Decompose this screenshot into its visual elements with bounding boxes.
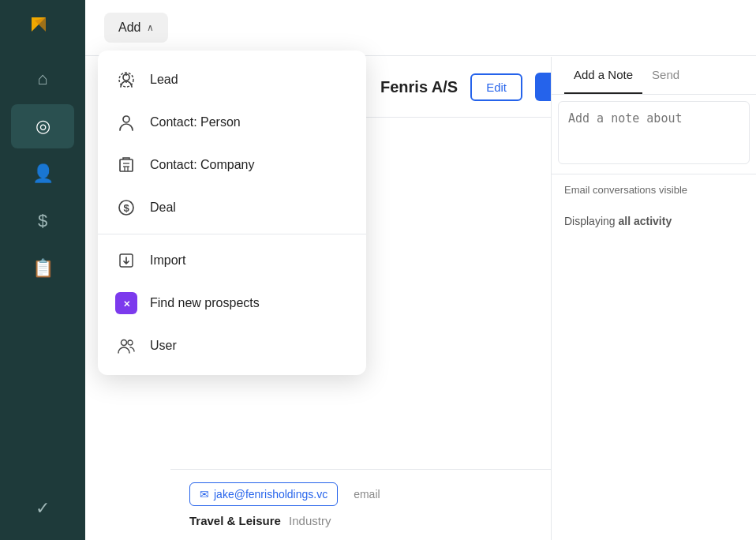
add-button-wrapper: Add ∧ <box>104 13 168 43</box>
add-button-label: Add <box>118 21 140 35</box>
dropdown-deal-label: Deal <box>150 201 176 215</box>
sidebar-item-tasks[interactable]: 📋 <box>11 246 74 291</box>
svg-point-15 <box>122 340 127 346</box>
sidebar-item-deals[interactable]: $ <box>11 199 74 243</box>
svg-text:✕: ✕ <box>123 299 130 309</box>
sidebar-item-leads[interactable]: ◎ <box>11 104 74 148</box>
dropdown-item-deal[interactable]: $ Deal <box>98 186 366 229</box>
tab-add-note[interactable]: Add a Note <box>564 57 642 94</box>
tab-send[interactable]: Send <box>642 57 689 94</box>
svg-point-4 <box>123 116 129 122</box>
email-icon: ✉ <box>200 488 209 501</box>
dropdown-import-label: Import <box>150 253 185 268</box>
dropdown-divider <box>98 234 366 234</box>
industry-label: Industry <box>289 514 331 527</box>
prospects-icon: ✕ <box>115 292 137 314</box>
svg-text:$: $ <box>123 202 129 214</box>
add-button[interactable]: Add ∧ <box>104 13 168 43</box>
company-icon <box>115 154 137 176</box>
dropdown-user-label: User <box>150 339 177 353</box>
topbar: Add ∧ <box>85 0 756 56</box>
industry-value: Travel & Leisure <box>189 514 281 527</box>
industry-row: Travel & Leisure Industry <box>189 514 532 527</box>
add-dropdown: Lead Contact: Person <box>98 51 366 375</box>
dropdown-contact-person-label: Contact: Person <box>150 115 241 129</box>
dropdown-lead-label: Lead <box>150 73 178 87</box>
sidebar-item-home[interactable]: ⌂ <box>11 57 74 101</box>
svg-point-16 <box>128 340 133 345</box>
sidebar-item-check[interactable]: ✓ <box>11 486 74 531</box>
app-logo[interactable] <box>24 9 62 47</box>
check-icon: ✓ <box>36 498 50 519</box>
email-badge[interactable]: ✉ jake@fenrisholdings.vc <box>189 482 338 506</box>
dropdown-item-prospects[interactable]: ✕ Find new prospects <box>98 282 366 324</box>
email-action-label: email <box>354 488 380 501</box>
user-group-icon <box>115 335 137 357</box>
leads-icon: ◎ <box>36 116 51 137</box>
note-textarea[interactable] <box>558 101 750 164</box>
sidebar: ⌂ ◎ 👤 $ 📋 ✓ <box>0 0 85 540</box>
email-visible-text: Email conversations visible <box>552 174 756 205</box>
dropdown-prospects-label: Find new prospects <box>150 296 260 310</box>
svg-rect-5 <box>120 159 133 171</box>
main-content: Add ∧ Lead <box>85 0 756 540</box>
activity-display: Displaying all activity <box>552 205 756 237</box>
dropdown-contact-company-label: Contact: Company <box>150 158 255 172</box>
lead-icon <box>115 69 137 91</box>
dropdown-item-lead[interactable]: Lead <box>98 58 366 101</box>
edit-button[interactable]: Edit <box>470 73 522 101</box>
tab-send-label: Send <box>652 68 679 81</box>
note-area <box>552 95 756 174</box>
bottom-section: ✉ jake@fenrisholdings.vc email Travel & … <box>170 469 551 540</box>
import-icon <box>115 249 137 272</box>
sidebar-item-contacts[interactable]: 👤 <box>11 152 74 196</box>
email-address: jake@fenrisholdings.vc <box>214 488 327 501</box>
tab-add-note-label: Add a Note <box>574 68 633 81</box>
contacts-icon: 👤 <box>32 163 54 184</box>
person-icon <box>115 111 137 133</box>
tasks-icon: 📋 <box>32 258 54 279</box>
right-panel: Add a Note Send Email conversations visi… <box>551 57 756 540</box>
tabs-row: Add a Note Send <box>552 57 756 95</box>
dropdown-item-import[interactable]: Import <box>98 239 366 282</box>
home-icon: ⌂ <box>37 69 47 89</box>
dropdown-item-contact-person[interactable]: Contact: Person <box>98 101 366 144</box>
dropdown-item-user[interactable]: User <box>98 324 366 367</box>
chevron-up-icon: ∧ <box>147 22 154 33</box>
entity-name: Fenris A/S <box>380 78 458 96</box>
dropdown-item-contact-company[interactable]: Contact: Company <box>98 144 366 186</box>
deals-icon: $ <box>38 211 47 231</box>
deal-icon: $ <box>115 197 137 219</box>
